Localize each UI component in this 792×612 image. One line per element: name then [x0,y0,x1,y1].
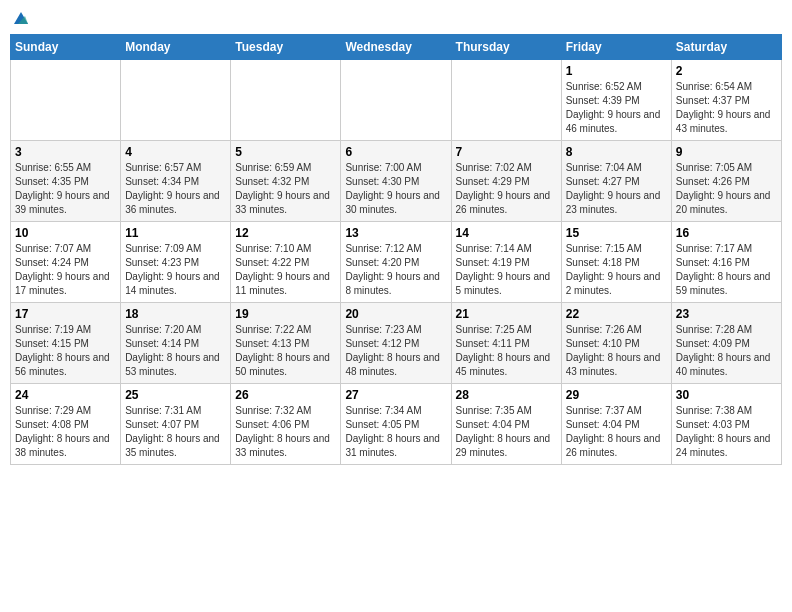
day-info: Sunrise: 7:25 AM Sunset: 4:11 PM Dayligh… [456,323,557,379]
day-number: 5 [235,145,336,159]
day-info: Sunrise: 7:07 AM Sunset: 4:24 PM Dayligh… [15,242,116,298]
day-number: 18 [125,307,226,321]
day-number: 17 [15,307,116,321]
day-number: 26 [235,388,336,402]
calendar-cell: 11Sunrise: 7:09 AM Sunset: 4:23 PM Dayli… [121,222,231,303]
day-number: 11 [125,226,226,240]
day-info: Sunrise: 7:37 AM Sunset: 4:04 PM Dayligh… [566,404,667,460]
day-info: Sunrise: 7:02 AM Sunset: 4:29 PM Dayligh… [456,161,557,217]
calendar-header-monday: Monday [121,35,231,60]
calendar-table: SundayMondayTuesdayWednesdayThursdayFrid… [10,34,782,465]
day-number: 2 [676,64,777,78]
calendar-header-wednesday: Wednesday [341,35,451,60]
calendar-week-1: 1Sunrise: 6:52 AM Sunset: 4:39 PM Daylig… [11,60,782,141]
calendar-cell: 21Sunrise: 7:25 AM Sunset: 4:11 PM Dayli… [451,303,561,384]
calendar-cell: 17Sunrise: 7:19 AM Sunset: 4:15 PM Dayli… [11,303,121,384]
calendar-cell: 28Sunrise: 7:35 AM Sunset: 4:04 PM Dayli… [451,384,561,465]
day-info: Sunrise: 7:38 AM Sunset: 4:03 PM Dayligh… [676,404,777,460]
day-number: 20 [345,307,446,321]
calendar-week-2: 3Sunrise: 6:55 AM Sunset: 4:35 PM Daylig… [11,141,782,222]
day-info: Sunrise: 6:59 AM Sunset: 4:32 PM Dayligh… [235,161,336,217]
day-number: 21 [456,307,557,321]
calendar-cell: 18Sunrise: 7:20 AM Sunset: 4:14 PM Dayli… [121,303,231,384]
calendar-cell: 13Sunrise: 7:12 AM Sunset: 4:20 PM Dayli… [341,222,451,303]
calendar-week-5: 24Sunrise: 7:29 AM Sunset: 4:08 PM Dayli… [11,384,782,465]
day-info: Sunrise: 7:15 AM Sunset: 4:18 PM Dayligh… [566,242,667,298]
day-info: Sunrise: 6:57 AM Sunset: 4:34 PM Dayligh… [125,161,226,217]
calendar-cell: 15Sunrise: 7:15 AM Sunset: 4:18 PM Dayli… [561,222,671,303]
day-number: 27 [345,388,446,402]
day-info: Sunrise: 7:14 AM Sunset: 4:19 PM Dayligh… [456,242,557,298]
calendar-cell: 6Sunrise: 7:00 AM Sunset: 4:30 PM Daylig… [341,141,451,222]
calendar-header-saturday: Saturday [671,35,781,60]
day-number: 9 [676,145,777,159]
calendar-cell: 16Sunrise: 7:17 AM Sunset: 4:16 PM Dayli… [671,222,781,303]
day-number: 6 [345,145,446,159]
day-number: 15 [566,226,667,240]
calendar-cell: 29Sunrise: 7:37 AM Sunset: 4:04 PM Dayli… [561,384,671,465]
calendar-cell: 1Sunrise: 6:52 AM Sunset: 4:39 PM Daylig… [561,60,671,141]
calendar-cell: 14Sunrise: 7:14 AM Sunset: 4:19 PM Dayli… [451,222,561,303]
calendar-cell: 22Sunrise: 7:26 AM Sunset: 4:10 PM Dayli… [561,303,671,384]
day-number: 16 [676,226,777,240]
day-info: Sunrise: 7:34 AM Sunset: 4:05 PM Dayligh… [345,404,446,460]
day-number: 29 [566,388,667,402]
day-number: 25 [125,388,226,402]
calendar-cell: 10Sunrise: 7:07 AM Sunset: 4:24 PM Dayli… [11,222,121,303]
day-info: Sunrise: 6:54 AM Sunset: 4:37 PM Dayligh… [676,80,777,136]
calendar-cell [121,60,231,141]
calendar-cell: 25Sunrise: 7:31 AM Sunset: 4:07 PM Dayli… [121,384,231,465]
calendar-cell [341,60,451,141]
day-info: Sunrise: 7:23 AM Sunset: 4:12 PM Dayligh… [345,323,446,379]
day-number: 30 [676,388,777,402]
day-info: Sunrise: 7:12 AM Sunset: 4:20 PM Dayligh… [345,242,446,298]
calendar-cell: 27Sunrise: 7:34 AM Sunset: 4:05 PM Dayli… [341,384,451,465]
logo-icon [12,10,30,28]
day-number: 3 [15,145,116,159]
day-info: Sunrise: 7:28 AM Sunset: 4:09 PM Dayligh… [676,323,777,379]
calendar-cell: 30Sunrise: 7:38 AM Sunset: 4:03 PM Dayli… [671,384,781,465]
calendar-header-tuesday: Tuesday [231,35,341,60]
day-info: Sunrise: 7:17 AM Sunset: 4:16 PM Dayligh… [676,242,777,298]
calendar-cell: 12Sunrise: 7:10 AM Sunset: 4:22 PM Dayli… [231,222,341,303]
header [10,10,782,28]
day-info: Sunrise: 7:31 AM Sunset: 4:07 PM Dayligh… [125,404,226,460]
day-number: 13 [345,226,446,240]
logo [10,10,30,28]
calendar-cell: 20Sunrise: 7:23 AM Sunset: 4:12 PM Dayli… [341,303,451,384]
calendar-cell: 19Sunrise: 7:22 AM Sunset: 4:13 PM Dayli… [231,303,341,384]
day-number: 1 [566,64,667,78]
calendar-cell [231,60,341,141]
day-info: Sunrise: 7:35 AM Sunset: 4:04 PM Dayligh… [456,404,557,460]
day-info: Sunrise: 6:55 AM Sunset: 4:35 PM Dayligh… [15,161,116,217]
day-number: 10 [15,226,116,240]
calendar-cell: 2Sunrise: 6:54 AM Sunset: 4:37 PM Daylig… [671,60,781,141]
calendar-header-row: SundayMondayTuesdayWednesdayThursdayFrid… [11,35,782,60]
calendar-week-3: 10Sunrise: 7:07 AM Sunset: 4:24 PM Dayli… [11,222,782,303]
calendar-cell: 8Sunrise: 7:04 AM Sunset: 4:27 PM Daylig… [561,141,671,222]
day-info: Sunrise: 7:20 AM Sunset: 4:14 PM Dayligh… [125,323,226,379]
calendar-header-sunday: Sunday [11,35,121,60]
day-info: Sunrise: 7:00 AM Sunset: 4:30 PM Dayligh… [345,161,446,217]
calendar-week-4: 17Sunrise: 7:19 AM Sunset: 4:15 PM Dayli… [11,303,782,384]
day-number: 22 [566,307,667,321]
calendar-cell: 9Sunrise: 7:05 AM Sunset: 4:26 PM Daylig… [671,141,781,222]
calendar-header-thursday: Thursday [451,35,561,60]
day-number: 7 [456,145,557,159]
day-number: 4 [125,145,226,159]
day-number: 8 [566,145,667,159]
day-number: 14 [456,226,557,240]
day-info: Sunrise: 7:26 AM Sunset: 4:10 PM Dayligh… [566,323,667,379]
day-info: Sunrise: 7:04 AM Sunset: 4:27 PM Dayligh… [566,161,667,217]
day-number: 19 [235,307,336,321]
day-info: Sunrise: 7:09 AM Sunset: 4:23 PM Dayligh… [125,242,226,298]
day-info: Sunrise: 7:10 AM Sunset: 4:22 PM Dayligh… [235,242,336,298]
calendar-cell: 4Sunrise: 6:57 AM Sunset: 4:34 PM Daylig… [121,141,231,222]
calendar-cell [451,60,561,141]
day-number: 24 [15,388,116,402]
calendar-cell: 7Sunrise: 7:02 AM Sunset: 4:29 PM Daylig… [451,141,561,222]
day-info: Sunrise: 7:05 AM Sunset: 4:26 PM Dayligh… [676,161,777,217]
day-info: Sunrise: 7:22 AM Sunset: 4:13 PM Dayligh… [235,323,336,379]
day-number: 23 [676,307,777,321]
day-info: Sunrise: 7:29 AM Sunset: 4:08 PM Dayligh… [15,404,116,460]
